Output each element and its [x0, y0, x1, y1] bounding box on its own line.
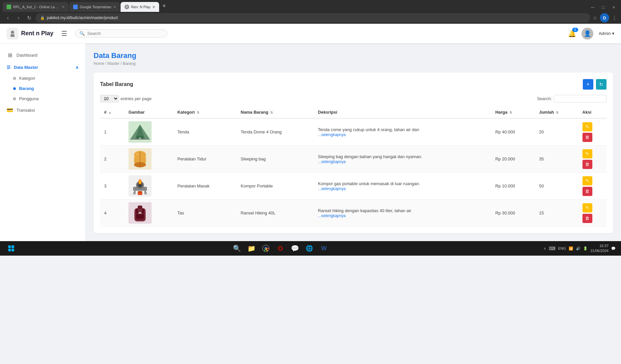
sidebar-item-dashboard[interactable]: ⊞ Dashboard [0, 49, 85, 62]
cell-jumlah-2: 35 [535, 146, 578, 173]
taskbar-app2[interactable]: 🌐 [303, 242, 316, 254]
delete-button-3[interactable]: 🗑 [582, 187, 592, 196]
delete-button-1[interactable]: 🗑 [582, 133, 592, 142]
entries-control: 10 25 50 100 entries per page [100, 95, 152, 102]
col-gambar: Gambar [125, 106, 174, 118]
table-row: 2 [100, 146, 607, 173]
close-button[interactable]: × [609, 3, 618, 12]
minimize-button[interactable]: ─ [588, 3, 597, 12]
admin-label[interactable]: Admin ▾ [599, 31, 614, 36]
maximize-button[interactable]: □ [599, 3, 608, 12]
see-more-link-3[interactable]: ...selengkapnya [318, 186, 346, 191]
cell-nama-1: Tenda Dome 4 Orang [237, 118, 314, 146]
breadcrumb-barang: Barang [123, 61, 136, 66]
search-input[interactable] [87, 31, 163, 36]
edit-button-3[interactable]: ✎ [582, 176, 592, 185]
cell-aksi-1: ✎ 🗑 [579, 118, 607, 146]
desc-text-1: Tenda come yang cukup untuk 4 orang, tah… [318, 127, 423, 132]
page-title: Data Barang [94, 51, 613, 60]
see-more-link-4[interactable]: ...selengkapnya [318, 213, 346, 218]
profile-button[interactable]: D [600, 13, 609, 22]
cell-kategori-3: Peralatan Masak [173, 173, 237, 200]
col-nama: Nama Barang ⇅ [237, 106, 314, 118]
svg-rect-36 [12, 245, 14, 248]
see-more-link-1[interactable]: ...selengkapnya [318, 132, 346, 137]
taskbar-word[interactable]: W [317, 242, 330, 254]
menu-button[interactable]: ⋮ [612, 15, 617, 21]
taskbar-search[interactable]: 🔍 [230, 242, 243, 254]
taskbar-chrome[interactable] [259, 242, 272, 254]
edit-button-4[interactable]: ✎ [582, 203, 592, 212]
browser-tab-3[interactable]: R Ren: N Play × [121, 2, 159, 12]
new-tab-button[interactable]: + [160, 3, 169, 10]
refresh-button[interactable]: ↻ [596, 79, 607, 90]
back-button[interactable]: ‹ [4, 15, 12, 21]
entries-select[interactable]: 10 25 50 100 [100, 95, 119, 102]
taskbar-datetime: 16:37 21/06/2024 [590, 243, 608, 254]
table-search-input[interactable] [554, 95, 607, 102]
tab-label-2: Google Terjemahan [80, 5, 111, 9]
sidebar-label-transaksi: Transaksi [16, 108, 35, 113]
hamburger-menu[interactable]: ☰ [61, 30, 67, 38]
taskbar-opera[interactable]: O [274, 242, 287, 254]
browser-tab-1[interactable]: RPL_A_Kel_1 - Online LaTeX Edi × [3, 2, 69, 12]
delete-button-4[interactable]: 🗑 [582, 214, 592, 223]
table-card: Tabel Barang + ↻ 10 25 50 100 entries pe… [94, 72, 613, 233]
see-more-link-2[interactable]: ...selengkapnya [318, 159, 346, 164]
start-button[interactable] [5, 242, 17, 254]
sidebar-item-barang[interactable]: Barang [7, 83, 85, 94]
svg-point-25 [138, 191, 142, 192]
app-header: Rent n Play ☰ 🔍 🔔 6 👤 Admin ▾ [0, 24, 621, 43]
taskbar-date-value: 21/06/2024 [590, 248, 608, 253]
sidebar-item-transaksi[interactable]: 💳 Transaksi [0, 104, 85, 117]
url-input[interactable] [47, 15, 585, 20]
reload-button[interactable]: ↻ [25, 15, 33, 21]
taskbar-whatsapp[interactable]: 💬 [288, 242, 301, 254]
product-img-sleeping-bag [128, 148, 152, 170]
notification-bell[interactable]: 🔔 6 [568, 30, 576, 38]
header-search[interactable]: 🔍 [75, 29, 167, 38]
sidebar-label-kategori: Kategori [19, 76, 35, 81]
sidebar-group-datamaster[interactable]: ☰ Data Master ∧ [0, 62, 85, 73]
svg-rect-32 [142, 209, 144, 217]
main-layout: ⊞ Dashboard ☰ Data Master ∧ Kategori Bar… [0, 43, 621, 241]
desc-text-4: Ransel hiking dengan kapasitas 40 liter,… [318, 208, 423, 213]
tab-label-1: RPL_A_Kel_1 - Online LaTeX Edi [13, 5, 60, 9]
add-item-button[interactable]: + [583, 79, 593, 90]
cell-num-3: 3 [100, 173, 125, 200]
edit-button-2[interactable]: ✎ [582, 149, 592, 158]
breadcrumb-master[interactable]: Master [107, 61, 120, 66]
browser-tab-2[interactable]: Google Terjemahan × [69, 2, 120, 12]
cell-num-1: 1 [100, 118, 125, 146]
table-row: 4 [100, 200, 607, 227]
bookmark-button[interactable]: ☆ [593, 15, 597, 21]
sidebar-item-kategori[interactable]: Kategori [7, 73, 85, 83]
table-search-control: Search: [537, 95, 607, 102]
data-table: # ▲ Gambar Kategori ⇅ Nama Barang ⇅ Deks… [100, 106, 607, 227]
breadcrumb-home[interactable]: Home [94, 61, 104, 66]
tab-close-1[interactable]: × [62, 5, 65, 9]
col-jumlah: Jumlah ⇅ [535, 106, 578, 118]
forward-button[interactable]: › [14, 15, 22, 21]
col-aksi: Aksi [579, 106, 607, 118]
svg-rect-38 [12, 249, 14, 251]
tab-close-2[interactable]: × [113, 5, 116, 9]
col-num: # ▲ [100, 106, 125, 118]
cell-harga-3: Rp 10.000 [491, 173, 535, 200]
cell-deskripsi-3: Kompor gas portable untuk memasak di lua… [314, 173, 491, 200]
delete-button-2[interactable]: 🗑 [582, 160, 592, 169]
cell-jumlah-1: 20 [535, 118, 578, 146]
url-bar[interactable]: 🔒 [36, 13, 590, 22]
admin-avatar[interactable]: 👤 [581, 28, 593, 40]
svg-rect-28 [138, 206, 142, 209]
cell-deskripsi-1: Tenda come yang cukup untuk 4 orang, tah… [314, 118, 491, 146]
tab-favicon-2 [73, 5, 78, 9]
edit-button-1[interactable]: ✎ [582, 122, 592, 131]
table-header-row: # ▲ Gambar Kategori ⇅ Nama Barang ⇅ Deks… [100, 106, 607, 118]
taskbar-files[interactable]: 📁 [245, 242, 258, 254]
main-content: Data Barang Home / Master / Barang Tabel… [86, 43, 621, 241]
tab-close-3[interactable]: × [153, 5, 155, 9]
col-deskripsi: Deksripsi [314, 106, 491, 118]
table-card-header: Tabel Barang + ↻ [100, 79, 607, 90]
sidebar-item-pengguna[interactable]: Pengguna [7, 94, 85, 104]
